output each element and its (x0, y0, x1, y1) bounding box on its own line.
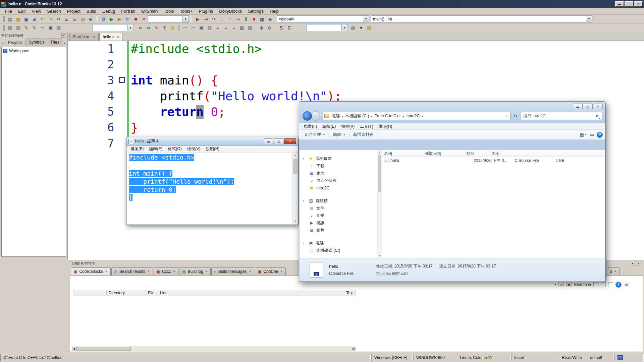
log-tab[interactable]: ▣ Code::Blocks ✕ (71, 267, 111, 275)
search-scope-checkbox[interactable] (593, 282, 598, 287)
tab-scroll-right-icon[interactable]: ▸ (63, 40, 67, 46)
run-button[interactable]: ▶ (108, 15, 115, 23)
goto-previous-change-button[interactable]: ⇐ (137, 24, 144, 32)
new-file-button[interactable]: ▤ (6, 15, 14, 23)
chevron-down-icon[interactable]: ▼ (127, 25, 133, 31)
menu-item[interactable]: Help (267, 8, 282, 14)
table-column-header[interactable]: Directory (107, 290, 146, 296)
symbol-combo[interactable]: main() : int▼ (371, 15, 592, 22)
sidebar-nav-item[interactable]: 最近的位置 (300, 177, 377, 184)
horizontal-scrollbar[interactable]: ◀ ▶ (71, 346, 356, 351)
search-scope-checkbox[interactable] (608, 282, 613, 287)
info-icon[interactable]: i (615, 282, 622, 288)
scroll-down-icon[interactable]: ▼ (377, 253, 382, 258)
scope-combo[interactable]: <global>▼ (277, 15, 369, 22)
doxy-block-comment-button[interactable]: ✎ (22, 24, 30, 32)
abort-button[interactable]: ■ (132, 15, 140, 23)
grid-tool-button[interactable]: ▣ (198, 24, 205, 32)
panel-tool-button[interactable]: ▭ (190, 24, 197, 32)
table-column-header[interactable]: Text (344, 290, 356, 296)
scroll-right-icon[interactable]: ▶ (351, 347, 356, 351)
log-tab[interactable]: ▣ CppChe ✕ (255, 267, 286, 275)
search-option-icon[interactable]: ▣ (566, 282, 572, 287)
explorer-menu-item[interactable]: 工具(T) (357, 123, 376, 130)
views-button[interactable]: ▦ ▼ (580, 132, 587, 137)
close-tab-icon[interactable]: ✕ (173, 270, 176, 273)
cut-button[interactable]: ✂ (55, 15, 62, 23)
menu-item[interactable]: wxSmith (138, 8, 161, 14)
notebook-tool-button[interactable]: ▥ (206, 24, 213, 32)
undo-button[interactable]: ↶ (39, 15, 46, 23)
toolbar-grip[interactable] (178, 25, 180, 31)
toolbar-grip[interactable] (303, 25, 305, 31)
close-tab-icon[interactable]: ✕ (117, 35, 119, 39)
close-tab-icon[interactable]: ✕ (93, 35, 96, 39)
scroll-up-icon[interactable]: ▲ (377, 150, 382, 155)
file-column-header[interactable]: 類型 (464, 150, 489, 157)
build-and-run-button[interactable]: ▶ (116, 15, 123, 23)
save-all-button[interactable]: ⊞ (31, 15, 38, 23)
search-results-table[interactable]: DirectoryFileLineText (73, 290, 356, 346)
search-option-icon[interactable]: ◎ (558, 282, 564, 287)
log-tab[interactable]: ▤ Build log ✕ (179, 267, 211, 275)
address-dropdown-icon[interactable]: ▾ (505, 115, 509, 118)
log-tab[interactable]: ▸ Build messages ✕ (211, 267, 254, 275)
abbreviations-combo[interactable]: ▼ (93, 24, 134, 31)
notepad-scrollbar[interactable]: ▲ ▼ (292, 153, 298, 224)
step-into-button[interactable]: ↓ (218, 15, 226, 23)
breadcrumb-segment[interactable]: From C to C++ (373, 113, 402, 119)
doxy-line-comment-button[interactable]: ✎ (31, 24, 38, 32)
menu-item[interactable]: Debug (99, 8, 118, 14)
explorer-minimize-button[interactable]: ▬ (573, 104, 583, 109)
expander-icon[interactable]: ▾ (303, 242, 306, 245)
notepad-menu-item[interactable]: 編輯(E) (146, 145, 165, 153)
menu-item[interactable]: View (29, 8, 44, 14)
chevron-right-icon[interactable]: ▸ (341, 115, 344, 118)
notepad-menu-item[interactable]: 檔案(F) (128, 145, 146, 153)
explorer-maximize-button[interactable]: ❏ (583, 104, 593, 109)
frame-tool-button[interactable]: ▭ (181, 24, 189, 32)
sidebar-nav-item[interactable]: 音樂 (300, 212, 377, 219)
breadcrumb-segment[interactable]: 電腦 (330, 113, 341, 120)
table-column-header[interactable]: File (146, 290, 158, 296)
menu-item[interactable]: Settings (245, 8, 267, 14)
help-button[interactable]: ? (597, 132, 603, 138)
build-button[interactable]: ⚙ (100, 15, 107, 23)
menu-item[interactable]: Tools (161, 8, 177, 14)
forward-button[interactable]: → (311, 111, 320, 121)
chevron-down-icon[interactable]: ▼ (341, 25, 347, 31)
chevron-right-icon[interactable]: ▸ (421, 115, 424, 118)
zoom-out-button[interactable]: ⊖ (266, 24, 273, 32)
sidebar-nav-item[interactable]: 視訊 (300, 219, 377, 227)
expander-icon[interactable]: ▾ (303, 157, 306, 160)
sidebar-nav-item[interactable]: ▾ 媒體櫃 (300, 197, 377, 204)
highlight-button[interactable]: ▨ (169, 24, 176, 32)
run-chm-button[interactable]: ▤ (55, 24, 62, 32)
tree-item-workspace[interactable]: Workspace (3, 48, 65, 54)
find-button[interactable]: ◎ (79, 15, 87, 23)
close-icon[interactable]: ✕ (61, 33, 66, 38)
sidebar-nav-item[interactable]: 下載 (300, 162, 377, 170)
align-right-button[interactable]: ≡ (230, 24, 237, 32)
breadcrumb-segment[interactable]: Intro2C (405, 113, 421, 119)
preview-pane-button[interactable]: ▭ ▼ (590, 132, 594, 137)
chevron-right-icon[interactable]: ▸ (370, 115, 373, 118)
log-tab[interactable]: ◎ Search results ✕ (111, 267, 153, 275)
sidebar-nav-item[interactable]: 文件 (300, 204, 377, 212)
scrollbar-thumb[interactable] (293, 159, 298, 174)
doxyblocks-extract-button[interactable]: ▤ (6, 24, 14, 32)
sidebar-scrollbar[interactable]: ▲ ▼ (377, 150, 382, 258)
chevron-right-icon[interactable]: ▸ (402, 115, 405, 118)
copy-button[interactable]: ⊡ (63, 15, 70, 23)
menu-item[interactable]: File (2, 8, 15, 14)
notepad-maximize-button[interactable]: ❏ (274, 138, 283, 144)
management-tab[interactable]: Projects (5, 39, 25, 46)
debug-info-button[interactable]: ◈ (266, 15, 274, 23)
sidebar-nav-item[interactable]: 本機磁碟 (C:) (300, 247, 377, 254)
search-box[interactable]: 搜尋 Intro2C (521, 112, 602, 120)
debugging-windows-button[interactable]: ▦ (258, 15, 266, 23)
align-center-button[interactable]: ≡ (222, 24, 229, 32)
address-bar[interactable]: 電腦▸本機磁碟 (C:)▸From C to C++▸Intro2C▸ ▾ (323, 112, 511, 120)
paste-button[interactable]: ⊟ (71, 15, 78, 23)
search-icon[interactable] (596, 115, 598, 117)
